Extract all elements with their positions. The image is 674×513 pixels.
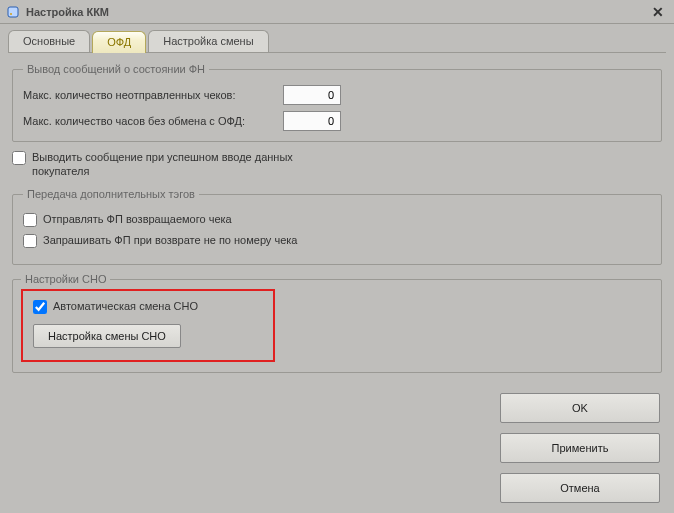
send-fp-return-label: Отправлять ФП возвращаемого чека <box>43 212 232 226</box>
cancel-button[interactable]: Отмена <box>500 473 660 503</box>
success-msg-label: Выводить сообщение при успешном вводе да… <box>32 150 322 178</box>
content-area: Вывод сообщений о состоянии ФН Макс. кол… <box>0 53 674 513</box>
app-icon <box>6 5 20 19</box>
fn-status-legend: Вывод сообщений о состоянии ФН <box>23 63 209 75</box>
kkm-settings-window: Настройка ККМ ✕ Основные ОФД Настройка с… <box>0 0 674 513</box>
extra-tags-group: Передача дополнительных тэгов Отправлять… <box>12 188 662 265</box>
sno-group: Настройки СНО Автоматическая смена СНО Н… <box>12 273 662 373</box>
auto-sno-label: Автоматическая смена СНО <box>53 299 198 313</box>
apply-button[interactable]: Применить <box>500 433 660 463</box>
titlebar: Настройка ККМ ✕ <box>0 0 674 24</box>
request-fp-by-num-checkbox[interactable] <box>23 234 37 248</box>
fn-status-group: Вывод сообщений о состоянии ФН Макс. кол… <box>12 63 662 142</box>
config-sno-button[interactable]: Настройка смены СНО <box>33 324 181 348</box>
extra-tags-legend: Передача дополнительных тэгов <box>23 188 199 200</box>
sno-legend: Настройки СНО <box>21 273 110 285</box>
tab-main[interactable]: Основные <box>8 30 90 52</box>
ok-button[interactable]: OK <box>500 393 660 423</box>
max-unsent-label: Макс. количество неотправленных чеков: <box>23 89 275 101</box>
success-msg-checkbox[interactable] <box>12 151 26 165</box>
max-hours-input[interactable] <box>283 111 341 131</box>
request-fp-by-num-label: Запрашивать ФП при возврате не по номеру… <box>43 233 297 247</box>
max-hours-label: Макс. количество часов без обмена с ОФД: <box>23 115 275 127</box>
send-fp-return-row: Отправлять ФП возвращаемого чека <box>23 212 383 227</box>
close-icon[interactable]: ✕ <box>648 3 668 21</box>
svg-point-1 <box>10 13 12 15</box>
footer-buttons: OK Применить Отмена <box>500 393 660 503</box>
success-msg-row: Выводить сообщение при успешном вводе да… <box>12 150 372 178</box>
max-unsent-input[interactable] <box>283 85 341 105</box>
tab-strip: Основные ОФД Настройка смены <box>0 24 674 52</box>
auto-sno-row: Автоматическая смена СНО <box>33 299 263 314</box>
svg-rect-0 <box>8 7 18 17</box>
window-title: Настройка ККМ <box>26 6 109 18</box>
auto-sno-checkbox[interactable] <box>33 300 47 314</box>
tab-ofd[interactable]: ОФД <box>92 31 146 53</box>
send-fp-return-checkbox[interactable] <box>23 213 37 227</box>
tab-shift-settings[interactable]: Настройка смены <box>148 30 268 52</box>
request-fp-by-num-row: Запрашивать ФП при возврате не по номеру… <box>23 233 383 248</box>
sno-highlight-box: Автоматическая смена СНО Настройка смены… <box>21 289 275 362</box>
